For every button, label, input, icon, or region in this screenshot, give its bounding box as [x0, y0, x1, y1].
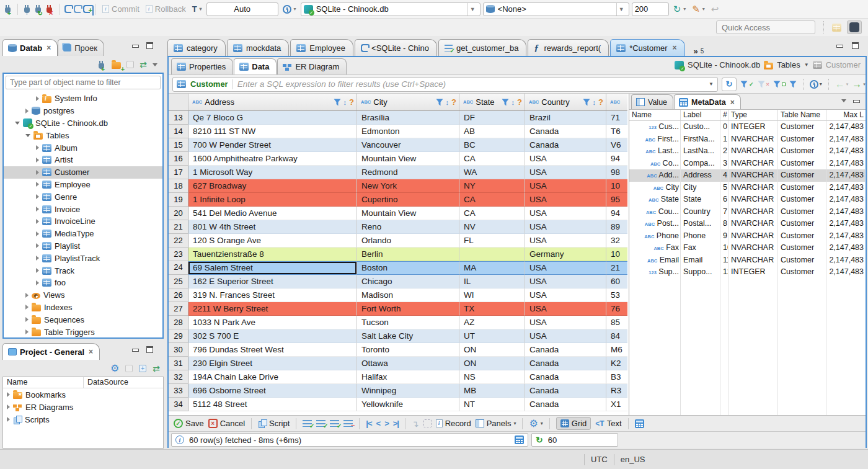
- cell-postalcode[interactable]: B3: [606, 370, 627, 384]
- cell-postalcode[interactable]: 60: [606, 275, 627, 288]
- maximize-icon[interactable]: [146, 42, 154, 49]
- cell-country[interactable]: USA: [525, 275, 606, 288]
- perspective-editor-icon[interactable]: [829, 20, 844, 34]
- cell-city[interactable]: Berlin: [357, 248, 459, 261]
- transaction-log-button[interactable]: T▾: [190, 3, 204, 15]
- tab-project-general[interactable]: Project - General ×: [2, 343, 100, 360]
- filter-funnel-icon[interactable]: [436, 99, 443, 106]
- maximize-icon[interactable]: [146, 346, 154, 353]
- expand-arrow-icon[interactable]: [36, 268, 39, 273]
- remove-filter-icon[interactable]: ×: [758, 81, 769, 88]
- tree-item-mediatype[interactable]: MediaType: [4, 228, 162, 240]
- cell-postalcode[interactable]: 89: [606, 220, 627, 234]
- cell-address[interactable]: 162 E Superior Street: [188, 275, 357, 288]
- expand-arrow-icon[interactable]: [36, 256, 39, 261]
- filter-help-icon[interactable]: ?: [451, 97, 456, 107]
- cell-state[interactable]: CA: [459, 152, 525, 166]
- tree-item-invoice[interactable]: Invoice: [4, 203, 162, 215]
- expand-arrow-icon[interactable]: [25, 293, 29, 298]
- meta-column-type[interactable]: Type: [728, 110, 778, 120]
- cell-address[interactable]: 696 Osborne Street: [188, 384, 357, 398]
- cell-state[interactable]: FL: [459, 234, 525, 248]
- expand-arrow-icon[interactable]: [36, 194, 39, 199]
- cell-city[interactable]: Toronto: [357, 343, 459, 357]
- tree-item-tables[interactable]: Tables: [4, 129, 162, 141]
- tab-data[interactable]: Data: [234, 58, 277, 74]
- minimize-icon[interactable]: [131, 42, 140, 49]
- cell-address[interactable]: 1 Infinite Loop: [188, 193, 357, 207]
- cell-country[interactable]: Canada: [525, 343, 606, 357]
- schema-dropdown-icon[interactable]: ▼: [616, 3, 626, 16]
- sql-editor-icon[interactable]: [64, 5, 71, 13]
- auto-refresh-icon[interactable]: ↻: [536, 435, 543, 445]
- cell-postalcode[interactable]: 76: [606, 302, 627, 316]
- connection-select[interactable]: SQLite - Chinook.db ▼: [301, 2, 480, 16]
- close-icon[interactable]: ×: [46, 43, 51, 52]
- recent-sql-editor-icon[interactable]: [74, 5, 81, 13]
- filter-funnel-icon[interactable]: [502, 99, 509, 106]
- cell-state[interactable]: BC: [459, 138, 525, 152]
- cell-address[interactable]: 1033 N Park Ave: [188, 316, 357, 329]
- tree-item-genre[interactable]: Genre: [4, 190, 162, 203]
- cell-address[interactable]: 1600 Amphitheatre Parkway: [188, 152, 357, 166]
- save-button[interactable]: ✓Save: [174, 419, 204, 428]
- expand-arrow-icon[interactable]: [36, 207, 39, 212]
- meta-row[interactable]: ABC Co...Compa...3NVARCHARCustomer2,147,…: [629, 158, 866, 170]
- filter-help-icon[interactable]: ?: [598, 97, 603, 107]
- cell-postalcode[interactable]: 32: [606, 234, 627, 248]
- editor-tab--customer[interactable]: *Customer×: [610, 39, 684, 56]
- tree-item-system-info[interactable]: System Info: [4, 92, 162, 105]
- cell-state[interactable]: [459, 248, 525, 261]
- tree-item-playlisttrack[interactable]: PlaylistTrack: [4, 252, 162, 264]
- cell-country[interactable]: Canada: [525, 370, 606, 384]
- collapse-arrow-icon[interactable]: [25, 134, 30, 137]
- cell-address[interactable]: 796 Dundas Street West: [188, 343, 357, 357]
- meta-row[interactable]: ABC Last...LastNa...2NVARCHARCustomer2,1…: [629, 145, 866, 158]
- cell-address[interactable]: 8210 111 ST NW: [188, 125, 357, 138]
- chevron-down-icon[interactable]: ▼: [804, 62, 809, 68]
- txn-mode-select[interactable]: Auto: [206, 2, 278, 16]
- cell-country[interactable]: Canada: [525, 384, 606, 398]
- editor-tab-get-customer-ba[interactable]: get_customer_ba: [438, 39, 526, 56]
- project-item-bookmarks[interactable]: Bookmarks: [3, 388, 163, 401]
- cell-postalcode[interactable]: 84: [606, 329, 627, 343]
- maximize-icon[interactable]: [851, 42, 859, 49]
- refresh-icon[interactable]: ↻: [722, 78, 737, 91]
- cell-address[interactable]: Tauentzienstraße 8: [188, 248, 357, 261]
- column-header-address[interactable]: ABCAddress↕?: [188, 94, 357, 110]
- filter-funnel-icon[interactable]: [334, 99, 341, 106]
- new-sql-editor-icon[interactable]: [83, 5, 90, 13]
- link-with-editor-icon[interactable]: ⇄: [140, 60, 147, 69]
- select-cell-icon[interactable]: [423, 419, 432, 427]
- add-row-icon[interactable]: [316, 420, 326, 427]
- close-icon[interactable]: ×: [89, 347, 93, 356]
- cell-city[interactable]: Ottawa: [357, 357, 459, 370]
- quick-access-input[interactable]: [716, 20, 815, 34]
- text-view-button[interactable]: <TText: [595, 419, 621, 428]
- project-item-er-diagrams[interactable]: ER Diagrams: [3, 401, 163, 413]
- breadcrumb-entity[interactable]: Customer: [826, 60, 861, 69]
- cell-country[interactable]: USA: [525, 207, 606, 220]
- tree-item-foo[interactable]: foo: [4, 277, 162, 289]
- cell-postalcode[interactable]: 94: [606, 207, 627, 220]
- calc-icon[interactable]: [515, 436, 524, 444]
- cell-country[interactable]: USA: [525, 193, 606, 207]
- tree-item-playlist[interactable]: Playlist: [4, 240, 162, 252]
- history-button[interactable]: ▾: [281, 4, 298, 15]
- cell-country[interactable]: Germany: [525, 248, 606, 261]
- expand-arrow-icon[interactable]: [7, 392, 10, 397]
- meta-row[interactable]: ABC Post...Postal...8NVARCHARCustomer2,1…: [629, 218, 866, 230]
- tree-item-postgres[interactable]: postgres: [4, 105, 162, 117]
- collapse-icon[interactable]: [125, 365, 133, 372]
- cell-city[interactable]: Orlando: [357, 234, 459, 248]
- cell-state[interactable]: CA: [459, 207, 525, 220]
- expand-arrow-icon[interactable]: [25, 305, 29, 310]
- cell-address[interactable]: 5112 48 Street: [188, 398, 357, 411]
- cell-state[interactable]: NT: [459, 398, 525, 411]
- tab-er-diagram[interactable]: ER Diagram: [277, 58, 347, 74]
- cell-country[interactable]: Canada: [525, 357, 606, 370]
- save-filter-icon[interactable]: [773, 81, 786, 88]
- cell-address[interactable]: 69 Salem Street: [188, 261, 357, 275]
- cell-state[interactable]: WA: [459, 166, 525, 179]
- cell-postalcode[interactable]: M6: [606, 343, 627, 357]
